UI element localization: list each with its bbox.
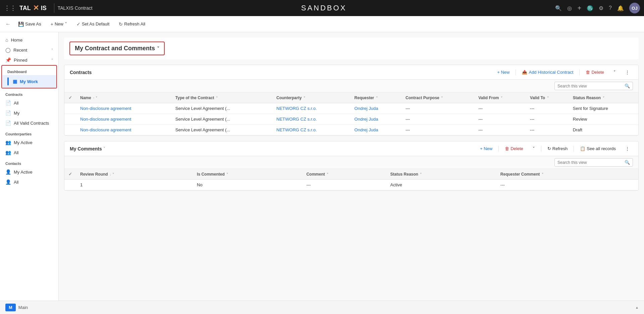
apps-icon[interactable]: ⋮⋮ — [4, 4, 16, 12]
sidebar: ⌂ Home ◯ Recent ˅ 📌 Pinned ˅ Dashboard ▦… — [0, 32, 59, 301]
sidebar-item-contracts-all[interactable]: 📄 All — [0, 98, 58, 108]
divider4 — [541, 146, 541, 152]
counterparty-link[interactable]: NETWORG CZ s.r.o. — [276, 106, 317, 111]
table-row: Non-disclosure agreement Service Level A… — [64, 114, 638, 125]
row-name: Non-disclosure agreement — [76, 125, 171, 135]
row-requester: Ondrej Juda — [351, 103, 401, 114]
comments-search[interactable]: 🔍 — [554, 158, 633, 167]
new-button[interactable]: + New ˅ — [47, 20, 70, 28]
refresh-icon2: ↻ — [547, 146, 551, 151]
user-avatar[interactable]: OJ — [629, 3, 640, 13]
search-icon[interactable]: 🔍 — [555, 5, 562, 11]
comments-more-options[interactable]: ⋮ — [622, 145, 633, 152]
contracts-section: Contracts + New 📤 Add Historical Contrac… — [64, 65, 639, 136]
comments-section: My Comments ˅ + New 🗑 Delete ˅ ↻ Refresh — [64, 141, 639, 191]
divider1 — [516, 69, 516, 75]
col-type: Type of the Contract ˅ — [171, 92, 272, 103]
pin-icon: 📌 — [5, 57, 11, 63]
counterparty-link[interactable]: NETWORG CZ s.r.o. — [276, 117, 317, 122]
col-status-reason: Status Reason ˅ — [386, 169, 496, 180]
sidebar-item-contracts-valid[interactable]: 📄 All Valid Contracts — [0, 118, 58, 128]
comments-delete-button[interactable]: 🗑 Delete — [501, 145, 527, 152]
sidebar-item-contacts-active[interactable]: 👤 My Active — [0, 167, 58, 177]
check-all-icon[interactable]: ✓ — [68, 95, 72, 100]
requester-link[interactable]: Ondrej Juda — [355, 106, 378, 111]
refresh-all-button[interactable]: ↻ Refresh All — [115, 20, 149, 28]
main-area-button[interactable]: M — [5, 304, 16, 311]
contracts-delete-button[interactable]: 🗑 Delete — [582, 68, 607, 76]
logo: TAL ✕ IS — [19, 4, 47, 12]
trash-icon2: 🗑 — [505, 146, 509, 151]
validto-sort-icon: ˅ — [547, 96, 549, 100]
counterparty-link[interactable]: NETWORG CZ s.r.o. — [276, 127, 317, 132]
requester-link[interactable]: Ondrej Juda — [355, 117, 378, 122]
comments-search-icon[interactable]: 🔍 — [622, 159, 633, 166]
row-name: Non-disclosure agreement — [76, 103, 171, 114]
filter-icon[interactable]: ♏ — [587, 5, 593, 11]
contracts-table: ✓ Name ↑ ˅ Type of the Contract ˅ Counte… — [64, 92, 638, 135]
sidebar-item-mywork[interactable]: ▦ My Work — [2, 75, 56, 88]
notifications-icon[interactable]: 🔔 — [617, 5, 624, 11]
contracts-search-icon[interactable]: 🔍 — [622, 82, 633, 90]
plus-icon: + — [51, 21, 53, 27]
sidebar-item-pinned[interactable]: 📌 Pinned ˅ — [0, 55, 58, 65]
comments-grid-header: My Comments ˅ + New 🗑 Delete ˅ ↻ Refresh — [64, 141, 638, 156]
comments-more-chevron[interactable]: ˅ — [529, 145, 538, 152]
comments-table: ✓ Review Round ↓ ˅ Is Commented ˅ Commen… — [64, 169, 638, 190]
see-all-records-button[interactable]: 📋 See all records — [577, 145, 619, 152]
row-status: Review — [569, 114, 638, 125]
contracts-new-button[interactable]: + New — [494, 68, 513, 76]
target-icon[interactable]: ◎ — [567, 5, 572, 11]
contracts-more-chevron[interactable]: ˅ — [610, 68, 619, 76]
sidebar-item-counterparties-all[interactable]: 👥 All — [0, 147, 58, 158]
sidebar-item-contacts-all[interactable]: 👤 All — [0, 177, 58, 187]
pinned-row: Pinned ˅ — [14, 58, 53, 63]
comments-title-chevron[interactable]: ˅ — [103, 146, 105, 151]
contracts-search[interactable]: 🔍 — [554, 82, 633, 90]
check-all-icon2[interactable]: ✓ — [68, 172, 72, 177]
contract-name-link[interactable]: Non-disclosure agreement — [80, 106, 131, 111]
save-as-button[interactable]: 💾 Save As — [15, 20, 45, 28]
view-title-text: My Contract and Comments — [75, 45, 155, 52]
comments-refresh-button[interactable]: ↻ Refresh — [544, 145, 571, 152]
contracts-my-icon: 📄 — [5, 110, 11, 116]
contracts-header-row: ✓ Name ↑ ˅ Type of the Contract ˅ Counte… — [64, 92, 638, 103]
contracts-more-options[interactable]: ⋮ — [622, 68, 633, 76]
name-sort-icon: ↑ ˅ — [93, 96, 97, 100]
sidebar-item-recent[interactable]: ◯ Recent ˅ — [0, 45, 58, 55]
contracts-grid-actions: + New 📤 Add Historical Contract 🗑 Delete… — [494, 68, 633, 76]
comments-grid-title: My Comments — [70, 146, 102, 151]
comments-table-body: 1 No --- Active --- — [64, 180, 638, 190]
sidebar-item-contracts-my[interactable]: 📄 My — [0, 108, 58, 118]
comments-new-button[interactable]: + New — [477, 145, 496, 152]
main-area-letter: M — [9, 305, 12, 310]
contracts-valid-icon: 📄 — [5, 120, 11, 126]
help-icon[interactable]: ? — [609, 5, 612, 11]
comments-header-row: ✓ Review Round ↓ ˅ Is Commented ˅ Commen… — [64, 169, 638, 180]
view-title-button[interactable]: My Contract and Comments ˅ — [69, 42, 165, 55]
row-check — [64, 125, 76, 135]
contract-name-link[interactable]: Non-disclosure agreement — [80, 117, 131, 122]
sidebar-item-home[interactable]: ⌂ Home — [0, 35, 58, 45]
set-default-button[interactable]: ✓ Set As Default — [73, 20, 113, 28]
sidebar-item-counterparties-active[interactable]: 👥 My Active — [0, 137, 58, 147]
contracts-table-head: ✓ Name ↑ ˅ Type of the Contract ˅ Counte… — [64, 92, 638, 103]
row-requester-comment: --- — [496, 180, 638, 190]
comments-search-input[interactable] — [555, 159, 622, 166]
col-review-round: Review Round ↓ ˅ — [76, 169, 193, 180]
view-title-chevron: ˅ — [157, 46, 159, 51]
contracts-search-input[interactable] — [555, 82, 622, 90]
bottom-chevron-icon[interactable]: ▲ — [635, 306, 639, 309]
recent-chevron: ˅ — [51, 48, 53, 52]
check-icon: ✓ — [76, 21, 80, 27]
row-check — [64, 103, 76, 114]
add-historical-button[interactable]: 📤 Add Historical Contract — [519, 68, 577, 76]
requester-link[interactable]: Ondrej Juda — [355, 127, 378, 132]
contract-name-link[interactable]: Non-disclosure agreement — [80, 127, 131, 132]
settings-icon[interactable]: ⚙ — [599, 5, 603, 11]
toolbar: ← 💾 Save As + New ˅ ✓ Set As Default ↻ R… — [0, 16, 644, 32]
row-valid-from: --- — [474, 125, 526, 135]
add-icon[interactable]: + — [577, 4, 581, 12]
back-button[interactable]: ← — [5, 21, 11, 27]
save-icon: 💾 — [18, 21, 24, 27]
